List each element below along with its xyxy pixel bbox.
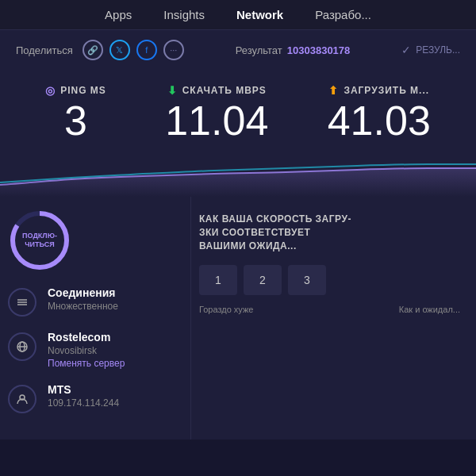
speed-graph xyxy=(0,149,476,197)
ping-label: ◎ PING ms xyxy=(45,84,106,97)
bottom-bar xyxy=(0,440,476,476)
connections-info: Соединения Множественное xyxy=(8,286,190,317)
connection-details: Соединения Множественное xyxy=(48,286,190,313)
rating-btn-3[interactable]: 3 xyxy=(288,265,326,295)
result-info: Результат 10303830178 xyxy=(236,44,351,56)
nav-apps[interactable]: Apps xyxy=(105,8,132,21)
share-label: Поделиться xyxy=(16,44,73,56)
rating-btn-1[interactable]: 1 xyxy=(199,265,237,295)
isp-name: Rostelecom xyxy=(48,331,190,344)
upload-icon: ⬆ xyxy=(328,84,339,97)
user-label: MTS xyxy=(48,383,190,396)
rating-buttons: 1 2 3 xyxy=(199,265,460,295)
isp-city: Novosibirsk xyxy=(48,345,190,356)
rating-labels: Гораздо хуже Как и ожидал... xyxy=(199,305,460,314)
result-label: РЕЗУЛЬ... xyxy=(416,44,460,56)
result-id[interactable]: 10303830178 xyxy=(287,44,351,56)
ping-metric: ◎ PING ms 3 xyxy=(45,84,106,141)
result-prefix: Результат xyxy=(236,44,282,56)
user-ip: 109.174.114.244 xyxy=(48,397,190,409)
globe-icon xyxy=(8,332,36,361)
top-navigation: Apps Insights Network Разрабо... xyxy=(0,0,476,30)
connecting-text: ПОДКЛЮ- ЧИТЬСЯ xyxy=(22,232,57,249)
result-bar: Поделиться 🔗 𝕏 f ··· Результат 103038301… xyxy=(0,30,476,70)
upload-value: 41.03 xyxy=(328,100,431,141)
check-icon: ✓ xyxy=(401,44,411,56)
left-panel: ПОДКЛЮ- ЧИТЬСЯ Соединения Множественное xyxy=(0,197,190,440)
rating-btn-2[interactable]: 2 xyxy=(244,265,282,295)
nav-network[interactable]: Network xyxy=(236,8,283,21)
more-icon[interactable]: ··· xyxy=(163,40,184,60)
main-content: ПОДКЛЮ- ЧИТЬСЯ Соединения Множественное xyxy=(0,197,476,440)
twitter-icon[interactable]: 𝕏 xyxy=(109,40,130,60)
download-value: 11.04 xyxy=(165,100,268,141)
change-server-link[interactable]: Поменять сервер xyxy=(48,358,190,369)
user-details: MTS 109.174.114.244 xyxy=(48,383,190,410)
download-icon: ⬇ xyxy=(167,84,178,97)
isp-details: Rostelecom Novosibirsk Поменять сервер xyxy=(48,331,190,369)
user-icon xyxy=(8,385,36,413)
label-expected: Как и ожидал... xyxy=(399,305,460,314)
nav-dev[interactable]: Разрабо... xyxy=(315,8,371,21)
ping-value: 3 xyxy=(64,100,87,141)
download-metric: ⬇ СКАЧАТЬ Mbps 11.04 xyxy=(165,84,268,141)
upload-metric: ⬆ ЗАГРУЗИТЬ M... 41.03 xyxy=(328,84,431,141)
link-icon[interactable]: 🔗 xyxy=(83,40,103,60)
connections-icon xyxy=(8,288,36,317)
connection-type: Множественное xyxy=(48,301,190,312)
label-worse: Гораздо хуже xyxy=(199,305,253,314)
right-panel: КАК ВАША СКОРОСТЬ ЗАГРУ-ЗКИ СООТВЕТСТВУЕ… xyxy=(190,197,476,440)
speed-question: КАК ВАША СКОРОСТЬ ЗАГРУ-ЗКИ СООТВЕТСТВУЕ… xyxy=(199,213,460,252)
metrics-area: ◎ PING ms 3 ⬇ СКАЧАТЬ Mbps 11.04 ⬆ ЗАГРУ… xyxy=(0,70,476,149)
nav-insights[interactable]: Insights xyxy=(163,8,205,21)
gauge-row: ПОДКЛЮ- ЧИТЬСЯ xyxy=(8,209,190,272)
social-icons: Поделиться 🔗 𝕏 f ··· xyxy=(16,40,184,60)
upload-label: ⬆ ЗАГРУЗИТЬ M... xyxy=(328,84,429,97)
connection-title: Соединения xyxy=(48,286,190,299)
facebook-icon[interactable]: f xyxy=(136,40,157,60)
user-info: MTS 109.174.114.244 xyxy=(8,383,190,413)
ping-icon: ◎ xyxy=(45,84,56,97)
gauge-container: ПОДКЛЮ- ЧИТЬСЯ xyxy=(8,209,71,272)
isp-info: Rostelecom Novosibirsk Поменять сервер xyxy=(8,331,190,369)
download-label: ⬇ СКАЧАТЬ Mbps xyxy=(167,84,267,97)
result-right: ✓ РЕЗУЛЬ... xyxy=(401,44,460,56)
